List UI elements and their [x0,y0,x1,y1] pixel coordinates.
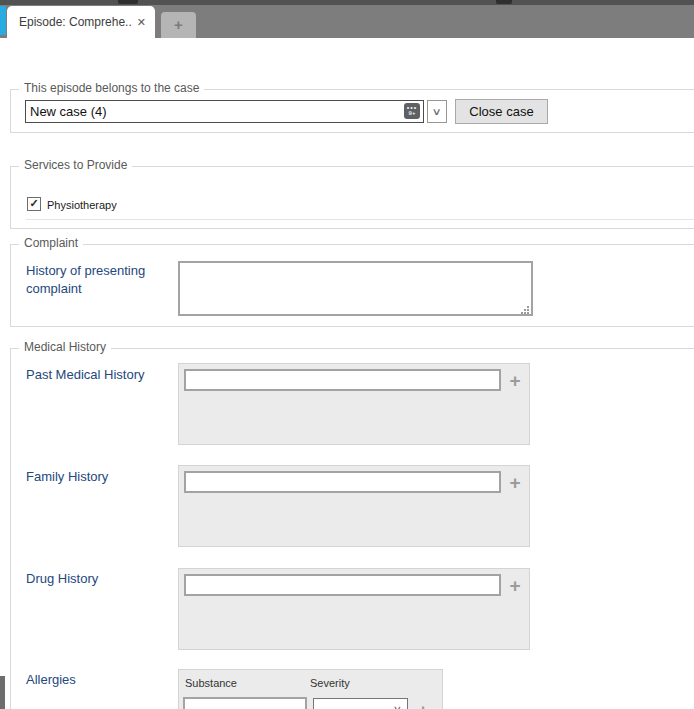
badge-count: 9+ [409,110,416,116]
close-case-button[interactable]: Close case [455,99,548,124]
past-medical-history-label: Past Medical History [26,366,144,384]
case-combobox-input[interactable] [25,100,424,123]
drug-history-input[interactable] [184,574,501,596]
add-tab-icon: + [174,17,183,32]
case-dropdown-button[interactable]: ∨ [427,100,447,123]
episode-form-window: Episode: Comprehe... ✕ + This episode be… [0,0,694,709]
services-fieldset-legend: Services to Provide [19,158,132,172]
drug-history-label: Drug History [26,570,98,588]
tab-episode-label: Episode: Comprehe... [19,15,131,29]
severity-column-header: Severity [310,677,350,689]
chevron-down-icon: ∨ [432,107,442,117]
tab-episode[interactable]: Episode: Comprehe... ✕ [7,6,155,38]
close-tab-icon[interactable]: ✕ [137,17,146,28]
history-of-presenting-complaint-textarea[interactable] [178,261,533,316]
add-drug-history-icon[interactable]: + [504,574,526,596]
substance-input[interactable] [183,697,307,709]
add-allergy-icon[interactable]: + [412,699,434,709]
left-scrollbar-thumb[interactable] [0,676,5,709]
services-divider [26,219,694,220]
chevron-down-icon: ∨ [393,705,402,709]
medical-history-fieldset-legend: Medical History [19,340,111,354]
case-lookup-icon[interactable]: ••• 9+ [404,103,420,119]
episode-form-content: This episode belongs to the case ••• 9+ … [0,38,694,709]
check-icon: ✓ [29,198,38,209]
resize-grip-icon[interactable] [521,306,529,314]
toolbar-notch [118,0,138,4]
new-tab-button[interactable]: + [161,12,196,38]
toolbar-notch [496,0,512,4]
tab-accent-stripe [0,6,6,35]
complaint-fieldset-legend: Complaint [19,236,83,250]
substance-column-header: Substance [185,677,237,689]
history-of-presenting-complaint-label: History of presenting complaint [26,262,156,298]
case-fieldset-legend: This episode belongs to the case [19,81,204,95]
physiotherapy-label: Physiotherapy [47,199,117,211]
add-past-medical-history-icon[interactable]: + [504,369,526,391]
severity-select[interactable]: ∨ [313,698,408,709]
past-medical-history-input[interactable] [184,369,501,391]
allergies-label: Allergies [26,671,76,689]
family-history-label: Family History [26,468,108,486]
add-family-history-icon[interactable]: + [504,471,526,493]
physiotherapy-checkbox[interactable]: ✓ [27,197,41,211]
family-history-input[interactable] [184,471,501,493]
